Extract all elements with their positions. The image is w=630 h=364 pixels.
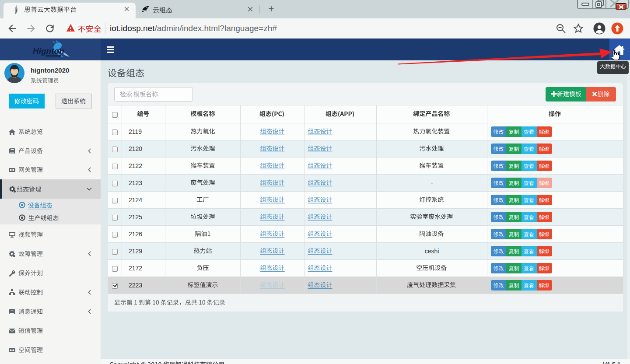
svg-text:Hignton: Hignton <box>33 46 64 56</box>
